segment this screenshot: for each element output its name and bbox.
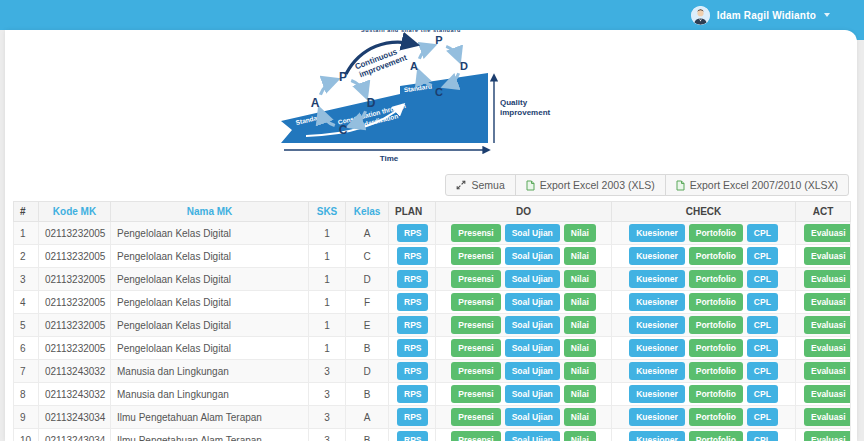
do-button-presensi[interactable]: Presensi [451, 431, 500, 441]
act-button-evaluasi[interactable]: Evaluasi [804, 270, 851, 288]
check-button-kuesioner[interactable]: Kuesioner [629, 431, 685, 441]
act-button-evaluasi[interactable]: Evaluasi [804, 316, 851, 334]
do-button-presensi[interactable]: Presensi [451, 247, 500, 265]
do-button-presensi[interactable]: Presensi [451, 293, 500, 311]
cell-nama-mk: Pengelolaan Kelas Digital [111, 291, 309, 314]
do-button-presensi[interactable]: Presensi [451, 408, 500, 426]
cell-check: KuesionerPortofolioCPL [612, 383, 796, 406]
check-button-cpl[interactable]: CPL [747, 339, 778, 357]
plan-button-rps[interactable]: RPS [397, 247, 428, 265]
plan-button-rps[interactable]: RPS [397, 316, 428, 334]
do-button-soal-ujian[interactable]: Soal Ujian [505, 385, 560, 403]
check-button-cpl[interactable]: CPL [747, 224, 778, 242]
check-button-cpl[interactable]: CPL [747, 408, 778, 426]
do-button-presensi[interactable]: Presensi [451, 224, 500, 242]
cell-plan: RPS [389, 314, 436, 337]
check-button-kuesioner[interactable]: Kuesioner [629, 408, 685, 426]
do-button-nilai[interactable]: Nilai [564, 224, 596, 242]
act-button-evaluasi[interactable]: Evaluasi [804, 293, 851, 311]
do-button-nilai[interactable]: Nilai [564, 362, 596, 380]
do-button-nilai[interactable]: Nilai [564, 339, 596, 357]
cell-check: KuesionerPortofolioCPL [612, 245, 796, 268]
check-button-cpl[interactable]: CPL [747, 247, 778, 265]
table-toolbar: Semua Export Excel 2003 (XLS) Export Exc… [5, 166, 857, 196]
check-button-kuesioner[interactable]: Kuesioner [629, 247, 685, 265]
check-button-portofolio[interactable]: Portofolio [689, 385, 743, 403]
do-button-soal-ujian[interactable]: Soal Ujian [505, 224, 560, 242]
plan-button-rps[interactable]: RPS [397, 385, 428, 403]
check-button-cpl[interactable]: CPL [747, 293, 778, 311]
check-button-portofolio[interactable]: Portofolio [689, 293, 743, 311]
cell-plan: RPS [389, 360, 436, 383]
check-button-portofolio[interactable]: Portofolio [689, 408, 743, 426]
cell-no: 6 [14, 337, 39, 360]
pdca-diagram: Sustain and share the standard Standard … [276, 30, 586, 166]
plan-button-rps[interactable]: RPS [397, 362, 428, 380]
check-button-portofolio[interactable]: Portofolio [689, 339, 743, 357]
plan-button-rps[interactable]: RPS [397, 293, 428, 311]
act-button-evaluasi[interactable]: Evaluasi [804, 339, 851, 357]
quality-improvement-label: Quality improvement [500, 98, 551, 117]
do-button-soal-ujian[interactable]: Soal Ujian [505, 247, 560, 265]
plan-button-rps[interactable]: RPS [397, 339, 428, 357]
act-button-evaluasi[interactable]: Evaluasi [804, 408, 851, 426]
act-button-evaluasi[interactable]: Evaluasi [804, 431, 851, 441]
check-button-kuesioner[interactable]: Kuesioner [629, 385, 685, 403]
check-button-portofolio[interactable]: Portofolio [689, 224, 743, 242]
do-button-soal-ujian[interactable]: Soal Ujian [505, 408, 560, 426]
do-button-soal-ujian[interactable]: Soal Ujian [505, 339, 560, 357]
do-button-nilai[interactable]: Nilai [564, 385, 596, 403]
export-xls-button[interactable]: Export Excel 2003 (XLS) [515, 174, 666, 196]
check-button-kuesioner[interactable]: Kuesioner [629, 362, 685, 380]
show-all-button[interactable]: Semua [445, 174, 515, 196]
act-button-evaluasi[interactable]: Evaluasi [804, 247, 851, 265]
check-button-kuesioner[interactable]: Kuesioner [629, 224, 685, 242]
column-header-nama-mk[interactable]: Nama MK [111, 202, 309, 222]
check-button-kuesioner[interactable]: Kuesioner [629, 293, 685, 311]
do-button-nilai[interactable]: Nilai [564, 293, 596, 311]
check-button-portofolio[interactable]: Portofolio [689, 316, 743, 334]
do-button-presensi[interactable]: Presensi [451, 339, 500, 357]
check-button-kuesioner[interactable]: Kuesioner [629, 339, 685, 357]
check-button-kuesioner[interactable]: Kuesioner [629, 316, 685, 334]
plan-button-rps[interactable]: RPS [397, 224, 428, 242]
do-button-presensi[interactable]: Presensi [451, 385, 500, 403]
do-button-nilai[interactable]: Nilai [564, 431, 596, 441]
check-button-cpl[interactable]: CPL [747, 385, 778, 403]
check-button-cpl[interactable]: CPL [747, 431, 778, 441]
check-button-cpl[interactable]: CPL [747, 362, 778, 380]
cell-act: Evaluasi [796, 291, 851, 314]
act-button-evaluasi[interactable]: Evaluasi [804, 385, 851, 403]
cell-check: KuesionerPortofolioCPL [612, 406, 796, 429]
column-header-kode-mk[interactable]: Kode MK [39, 202, 111, 222]
do-button-presensi[interactable]: Presensi [451, 362, 500, 380]
act-button-evaluasi[interactable]: Evaluasi [804, 224, 851, 242]
do-button-presensi[interactable]: Presensi [451, 316, 500, 334]
do-button-soal-ujian[interactable]: Soal Ujian [505, 431, 560, 441]
check-button-portofolio[interactable]: Portofolio [689, 431, 743, 441]
pdca-letter-p2: P [435, 34, 442, 46]
do-button-nilai[interactable]: Nilai [564, 408, 596, 426]
export-xlsx-button[interactable]: Export Excel 2007/2010 (XLSX) [665, 174, 849, 196]
user-menu[interactable]: Idam Ragil Widianto [691, 0, 830, 30]
plan-button-rps[interactable]: RPS [397, 408, 428, 426]
column-header-sks[interactable]: SKS [309, 202, 346, 222]
do-button-soal-ujian[interactable]: Soal Ujian [505, 293, 560, 311]
check-button-cpl[interactable]: CPL [747, 270, 778, 288]
act-button-evaluasi[interactable]: Evaluasi [804, 362, 851, 380]
check-button-portofolio[interactable]: Portofolio [689, 247, 743, 265]
column-header-kelas[interactable]: Kelas [346, 202, 389, 222]
do-button-soal-ujian[interactable]: Soal Ujian [505, 316, 560, 334]
plan-button-rps[interactable]: RPS [397, 431, 428, 441]
do-button-nilai[interactable]: Nilai [564, 270, 596, 288]
do-button-nilai[interactable]: Nilai [564, 247, 596, 265]
check-button-kuesioner[interactable]: Kuesioner [629, 270, 685, 288]
check-button-portofolio[interactable]: Portofolio [689, 270, 743, 288]
do-button-presensi[interactable]: Presensi [451, 270, 500, 288]
check-button-cpl[interactable]: CPL [747, 316, 778, 334]
do-button-soal-ujian[interactable]: Soal Ujian [505, 270, 560, 288]
plan-button-rps[interactable]: RPS [397, 270, 428, 288]
do-button-soal-ujian[interactable]: Soal Ujian [505, 362, 560, 380]
do-button-nilai[interactable]: Nilai [564, 316, 596, 334]
check-button-portofolio[interactable]: Portofolio [689, 362, 743, 380]
